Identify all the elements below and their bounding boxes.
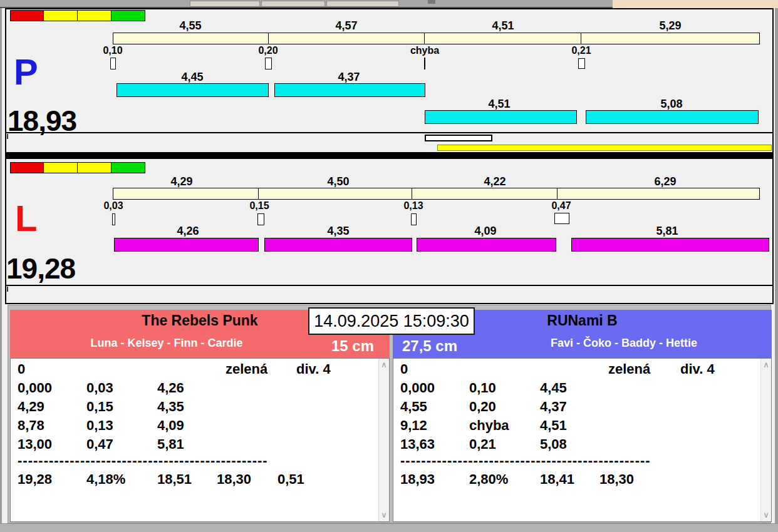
run-time-label: 4,09: [442, 225, 529, 238]
run-bar: [264, 238, 412, 252]
lane-total-time-p: 18,93: [8, 106, 76, 135]
split-time-label: 0,13: [370, 200, 457, 212]
background-window-fragment: [190, 1, 260, 7]
split-marker: [554, 213, 569, 224]
best-time: 18,30: [599, 471, 634, 488]
results-separator: ----------------------------------------…: [0, 453, 778, 470]
sector-time-label: 4,29: [138, 175, 226, 188]
sector-time-label: 4,51: [459, 19, 547, 33]
start-value: 0: [400, 361, 408, 377]
result-row: 0,000 0,10 4,45: [0, 380, 778, 397]
result-row: 13,63 0,21 5,08: [0, 436, 778, 454]
split-time-label: 0,15: [215, 200, 303, 212]
traffic-segment-red: [10, 162, 44, 173]
timing-app-window: 4,55 4,57 4,51 5,29 0,10 0,20 chyba 0,21…: [0, 0, 778, 532]
separator-dashes: ----------------------------------------…: [400, 453, 651, 469]
window-bottom-strip: [0, 523, 778, 532]
split-time-label: chyba: [381, 45, 469, 56]
run-bar: [425, 110, 577, 124]
split-time-label: 0,21: [537, 45, 625, 56]
cum-time: 0,000: [400, 380, 435, 396]
split-marker: [110, 58, 116, 69]
sector-bar-segment: [269, 33, 425, 44]
run-time-label: 5,81: [623, 225, 711, 238]
change-time: 0,20: [469, 399, 496, 415]
fault-percent: 2,80%: [469, 471, 508, 488]
split-time-label: 0,20: [224, 45, 312, 56]
split-time-label: 0,03: [70, 200, 157, 212]
run-time-label: 4,26: [144, 225, 232, 238]
traffic-segment-yellow: [78, 10, 112, 21]
cum-time: 4,55: [400, 399, 427, 415]
background-window-fragment: [326, 1, 399, 7]
split-marker: [265, 58, 272, 69]
sector-bar-segment: [113, 188, 259, 199]
sector-time-label: 6,29: [621, 175, 709, 188]
run-bar: [417, 238, 556, 252]
team-members-left: Luna - Kelsey - Finn - Cardie: [10, 337, 323, 350]
datetime-box: 14.09.2025 15:09:30: [308, 307, 475, 335]
status-value: zelená: [608, 361, 650, 377]
sector-bar-segment: [113, 33, 269, 44]
sector-time-label: 4,55: [147, 19, 234, 33]
change-time: chyba: [469, 417, 509, 434]
sector-bar-segment: [581, 33, 759, 44]
run-bar: [117, 83, 269, 97]
traffic-segment-yellow: [78, 162, 112, 173]
background-window-notch: [428, 0, 435, 4]
strip-tick: [7, 287, 8, 292]
split-time-label: 0,10: [69, 45, 157, 56]
net-time: 18,41: [540, 471, 574, 488]
sector-bar-l: [113, 188, 760, 200]
run-bar: [571, 238, 769, 252]
result-row: 9,12 chyba 4,51: [0, 417, 778, 435]
sector-bar-segment: [412, 188, 558, 199]
background-window-fragment: [261, 1, 325, 7]
split-marker: [578, 58, 585, 69]
jump-height-right: 27,5 cm: [386, 337, 474, 355]
change-time: 0,21: [469, 436, 496, 453]
traffic-segment-yellow: [44, 162, 78, 173]
run-time-label: 4,35: [294, 225, 382, 238]
traffic-segment-red: [10, 10, 44, 21]
split-marker: [411, 213, 417, 225]
results-summary-row: 18,93 2,80% 18,41 18,30: [0, 471, 778, 489]
lane-divider: [5, 153, 774, 158]
sector-bar-segment: [259, 188, 413, 199]
split-marker: [112, 213, 115, 225]
traffic-light-p: [10, 10, 145, 21]
lane-l-footer-strip: [5, 285, 774, 304]
sector-time-label: 4,50: [294, 175, 382, 188]
run-bar: [586, 110, 759, 124]
traffic-segment-yellow: [44, 10, 78, 21]
finish-marker-box: [425, 135, 492, 141]
scroll-down-icon[interactable]: ∨: [379, 511, 389, 519]
sector-bar-segment: [425, 33, 581, 44]
strip-tick: [7, 134, 8, 139]
traffic-light-l: [10, 162, 145, 173]
split-time-label: 0,47: [517, 200, 605, 212]
run-bar: [114, 238, 259, 252]
jump-height-left: 15 cm: [309, 337, 397, 355]
run-time-label: 4,51: [455, 98, 543, 111]
traffic-segment-green: [112, 10, 145, 21]
sector-bar-segment: [558, 188, 759, 199]
sector-bar-p: [113, 33, 760, 44]
desktop-strip: [613, 0, 778, 8]
run-time-label: 5,08: [628, 98, 715, 111]
results-info-row: 0 zelená div. 4: [0, 361, 778, 379]
run-time-label: 4,45: [148, 71, 236, 84]
overall-time-bar: [437, 145, 772, 151]
change-time: 0,10: [469, 380, 496, 396]
division-value: div. 4: [680, 361, 715, 377]
run-time: 5,08: [540, 436, 567, 453]
run-time: 4,37: [540, 399, 567, 415]
traffic-segment-green: [112, 162, 145, 173]
run-time-label: 4,37: [305, 71, 393, 84]
scroll-down-icon[interactable]: ∨: [761, 511, 771, 519]
sector-time-label: 5,29: [626, 19, 714, 33]
lane-letter-l: L: [15, 200, 37, 237]
split-marker: [257, 213, 264, 225]
sector-time-label: 4,22: [451, 175, 539, 188]
total-time: 18,93: [400, 471, 435, 488]
